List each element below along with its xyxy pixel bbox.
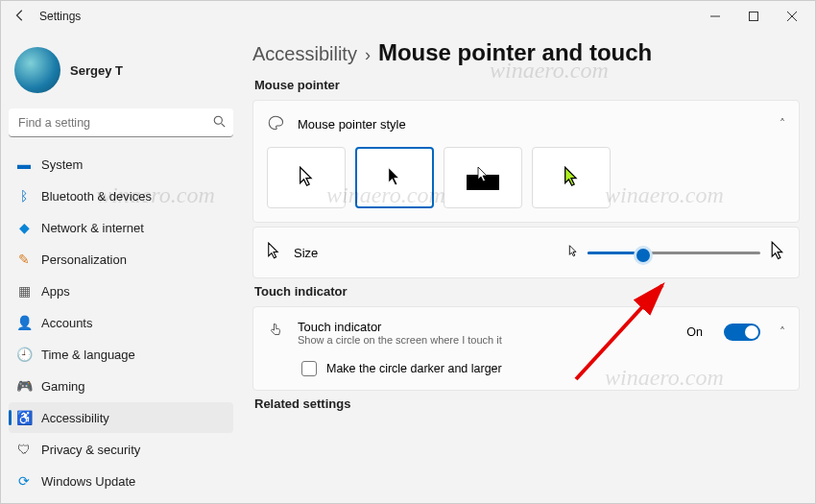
clock-icon: 🕘 — [16, 347, 32, 362]
touch-toggle[interactable] — [724, 324, 760, 341]
nav-apps[interactable]: ▦Apps — [9, 276, 233, 306]
pointer-style-inverted[interactable] — [444, 147, 522, 208]
touch-sublabel: Show a circle on the screen where I touc… — [298, 334, 502, 346]
pointer-style-black[interactable] — [355, 147, 434, 208]
user-block[interactable]: Sergey T — [9, 39, 233, 108]
touch-indicator-header[interactable]: Touch indicator Show a circle on the scr… — [267, 307, 785, 357]
page-title: Mouse pointer and touch — [378, 39, 652, 66]
shield-icon: 🛡 — [16, 442, 32, 457]
size-label: Size — [294, 246, 318, 260]
section-touch: Touch indicator — [254, 284, 800, 299]
nav-privacy[interactable]: 🛡Privacy & security — [9, 434, 233, 465]
search-input[interactable] — [9, 108, 233, 137]
bluetooth-icon: ᛒ — [16, 188, 32, 204]
search-box[interactable] — [9, 108, 233, 137]
touch-option-label: Make the circle darker and larger — [326, 362, 502, 375]
update-icon: ⟳ — [16, 473, 32, 489]
person-icon: 👤 — [16, 315, 32, 330]
nav-bluetooth[interactable]: ᛒBluetooth & devices — [9, 180, 233, 211]
svg-line-3 — [222, 124, 226, 128]
pointer-style-options — [253, 147, 799, 222]
pointer-style-white[interactable] — [267, 147, 346, 208]
pointer-style-header[interactable]: Mouse pointer style ˄ — [253, 101, 799, 147]
titlebar: Settings — [1, 1, 815, 32]
cursor-small-icon — [568, 245, 578, 261]
pointer-style-label: Mouse pointer style — [298, 117, 406, 132]
svg-rect-1 — [750, 12, 758, 21]
nav-network[interactable]: ◆Network & internet — [9, 212, 233, 243]
touch-icon — [267, 322, 284, 343]
wifi-icon: ◆ — [16, 220, 32, 235]
svg-point-2 — [214, 116, 222, 124]
nav-time[interactable]: 🕘Time & language — [9, 339, 233, 370]
pointer-style-card: Mouse pointer style ˄ — [252, 100, 800, 223]
apps-icon: ▦ — [16, 283, 32, 299]
user-name: Sergey T — [70, 63, 123, 78]
size-slider[interactable] — [588, 245, 760, 260]
close-button[interactable] — [773, 1, 811, 32]
nav-accounts[interactable]: 👤Accounts — [9, 307, 233, 338]
breadcrumb: Accessibility › Mouse pointer and touch — [252, 39, 800, 66]
cursor-icon — [267, 242, 280, 264]
touch-option-checkbox[interactable] — [301, 361, 317, 376]
breadcrumb-parent[interactable]: Accessibility — [252, 43, 357, 65]
accessibility-icon: ♿ — [16, 410, 32, 425]
cursor-large-icon — [770, 241, 785, 265]
gamepad-icon: 🎮 — [16, 378, 32, 394]
chevron-up-icon: ˄ — [780, 325, 785, 339]
back-button[interactable] — [5, 9, 36, 25]
sidebar: Sergey T ▬System ᛒBluetooth & devices ◆N… — [1, 32, 241, 503]
display-icon: ▬ — [16, 156, 32, 172]
avatar — [14, 47, 60, 93]
nav-gaming[interactable]: 🎮Gaming — [9, 371, 233, 401]
section-mouse-pointer: Mouse pointer — [254, 78, 800, 92]
chevron-right-icon: › — [365, 45, 371, 65]
brush-icon: ✎ — [16, 252, 32, 267]
settings-window: Settings Sergey T ▬System ᛒBluetooth & d… — [0, 0, 816, 504]
content: Accessibility › Mouse pointer and touch … — [241, 32, 815, 503]
touch-label: Touch indicator — [298, 320, 502, 334]
nav-accessibility[interactable]: ♿Accessibility — [9, 402, 233, 433]
nav-update[interactable]: ⟳Windows Update — [9, 466, 233, 496]
chevron-up-icon: ˄ — [780, 117, 785, 131]
search-icon — [213, 115, 226, 131]
slider-thumb[interactable] — [634, 246, 653, 265]
window-title: Settings — [36, 10, 81, 23]
pointer-style-custom[interactable] — [532, 147, 611, 208]
size-card: Size — [252, 227, 800, 278]
minimize-button[interactable] — [696, 1, 734, 32]
touch-option-row[interactable]: Make the circle darker and larger — [267, 357, 785, 390]
palette-icon — [267, 114, 284, 134]
nav: ▬System ᛒBluetooth & devices ◆Network & … — [9, 149, 233, 496]
maximize-button[interactable] — [734, 1, 773, 32]
touch-indicator-card: Touch indicator Show a circle on the scr… — [252, 306, 800, 391]
touch-state: On — [686, 325, 703, 339]
section-related: Related settings — [254, 396, 800, 411]
nav-personalization[interactable]: ✎Personalization — [9, 244, 233, 275]
nav-system[interactable]: ▬System — [9, 149, 233, 180]
